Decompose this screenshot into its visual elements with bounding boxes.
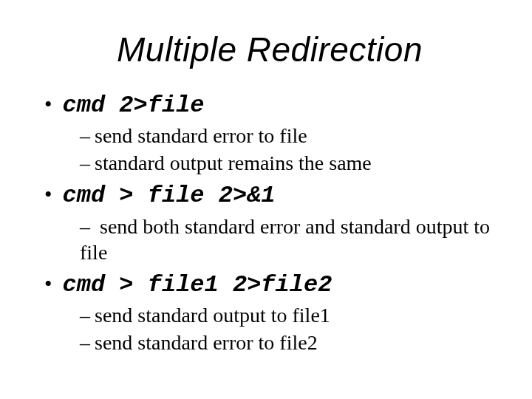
list-item: • cmd > file1 2>file2 –send standard out… (44, 271, 502, 355)
bullet-row: • cmd > file1 2>file2 (44, 271, 502, 299)
sub-text: send both standard error and standard ou… (80, 215, 490, 264)
sub-list: –send standard error to file –standard o… (80, 123, 502, 176)
bullet-icon: • (44, 273, 52, 295)
slide-title: Multiple Redirection (37, 30, 502, 69)
dash-icon: – (80, 304, 90, 327)
dash-icon: – (80, 215, 90, 238)
dash-icon: – (80, 331, 90, 354)
sub-text: send standard output to file1 (95, 304, 330, 327)
dash-icon: – (80, 151, 90, 174)
slide: Multiple Redirection • cmd 2>file –send … (0, 0, 532, 399)
command-text: cmd > file1 2>file2 (63, 271, 332, 299)
sub-list: – send both standard error and standard … (80, 214, 502, 265)
sub-item: –send standard error to file (80, 123, 502, 149)
sub-item: –standard output remains the same (80, 150, 502, 176)
dash-icon: – (80, 124, 90, 147)
sub-item: –send standard output to file1 (80, 302, 502, 328)
command-text: cmd 2>file (63, 92, 205, 120)
bullet-icon: • (44, 183, 52, 205)
bullet-icon: • (44, 93, 52, 115)
list-item: • cmd > file 2>&1 – send both standard e… (44, 182, 502, 265)
bullet-row: • cmd 2>file (44, 92, 502, 120)
sub-item: –send standard error to file2 (80, 330, 502, 355)
list-item: • cmd 2>file –send standard error to fil… (44, 92, 502, 176)
sub-item: – send both standard error and standard … (80, 214, 502, 265)
sub-text: send standard error to file (95, 124, 307, 147)
sub-text: standard output remains the same (95, 151, 372, 174)
command-text: cmd > file 2>&1 (63, 182, 276, 210)
bullet-list: • cmd 2>file –send standard error to fil… (44, 92, 502, 355)
sub-list: –send standard output to file1 –send sta… (80, 302, 502, 355)
bullet-row: • cmd > file 2>&1 (44, 182, 502, 210)
sub-text: send standard error to file2 (95, 331, 318, 354)
